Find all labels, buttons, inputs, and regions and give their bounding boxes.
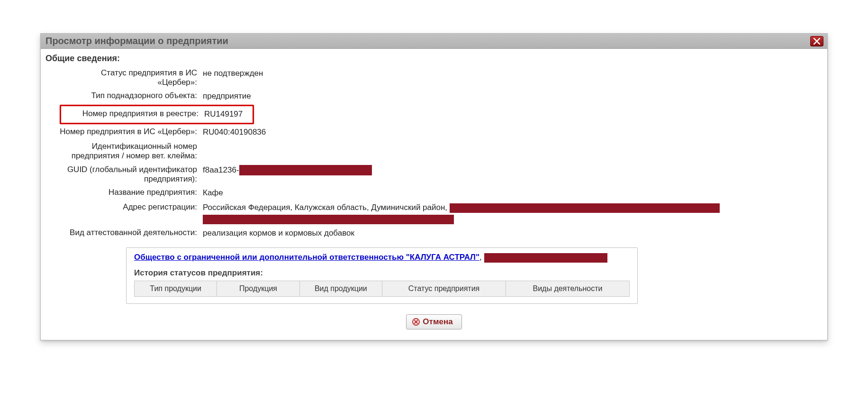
modal-body: Общие сведения: Статус предприятия в ИС … <box>41 49 827 340</box>
entity-row: Общество с ограниченной или дополнительн… <box>134 253 630 265</box>
field-label: Адрес регистрации: <box>60 202 202 212</box>
field-value: Кафе <box>202 188 808 199</box>
field-activity: Вид аттестованной деятельности: реализац… <box>60 226 808 241</box>
field-value: f8aa1236- <box>202 165 808 176</box>
cancel-button[interactable]: Отмена <box>406 314 461 329</box>
field-value: реализация кормов и кормовых добавок <box>202 228 808 239</box>
cancel-icon <box>412 318 420 326</box>
field-label: Номер предприятия в ИС «Цербер»: <box>60 127 202 137</box>
field-label: Номер предприятия в реестре: <box>61 109 203 119</box>
field-type: Тип поднадзорного объекта: предприятие <box>60 89 808 104</box>
close-icon <box>814 38 820 45</box>
history-title: История статусов предприятия: <box>134 265 630 281</box>
field-company-name: Название предприятия: Кафе <box>60 186 808 201</box>
fields-block: Статус предприятия в ИС «Цербер»: не под… <box>45 66 823 329</box>
history-table-header: Тип продукции Продукция Вид продукции Ст… <box>134 281 630 297</box>
field-address: Адрес регистрации: Российская Федерация,… <box>60 201 808 226</box>
col-product-kind: Вид продукции <box>300 281 382 296</box>
field-label: GUID (глобальный идентификаторпредприяти… <box>60 165 202 184</box>
cancel-label: Отмена <box>423 317 452 327</box>
field-value: предприятие <box>202 91 808 102</box>
comma: , <box>479 253 482 262</box>
field-label: Тип поднадзорного объекта: <box>60 91 202 100</box>
redacted-guid <box>239 165 372 175</box>
modal-window: Просмотр информации о предприятии Общие … <box>40 33 828 340</box>
field-label: Вид аттестованной деятельности: <box>60 228 202 237</box>
footer: Отмена <box>60 304 808 329</box>
field-cerber-number: Номер предприятия в ИС «Цербер»: RU040:4… <box>60 125 808 140</box>
redacted-entity <box>484 253 607 263</box>
guid-prefix: f8aa1236- <box>203 165 239 174</box>
address-prefix: Российская Федерация, Калужская область,… <box>203 203 450 212</box>
redacted-address-1 <box>450 203 720 213</box>
field-value: не подтвержден <box>202 68 808 79</box>
entity-subbox: Общество с ограниченной или дополнительн… <box>126 247 638 304</box>
close-button[interactable] <box>810 36 823 46</box>
field-ident-number: Идентификационный номерпредприятия / ном… <box>60 140 808 163</box>
col-activity-types: Виды деятельности <box>506 281 629 296</box>
field-value: RU040:40190836 <box>202 127 808 138</box>
field-label: Статус предприятия в ИС «Цербер»: <box>60 68 202 87</box>
col-product-type: Тип продукции <box>135 281 217 296</box>
section-title: Общие сведения: <box>45 52 823 66</box>
col-status: Статус предприятия <box>382 281 506 296</box>
field-value: Российская Федерация, Калужская область,… <box>202 202 808 224</box>
field-status: Статус предприятия в ИС «Цербер»: не под… <box>60 66 808 89</box>
redacted-address-2 <box>203 215 454 224</box>
field-guid: GUID (глобальный идентификаторпредприяти… <box>60 163 808 186</box>
field-value: RU149197 <box>203 109 253 120</box>
title-bar: Просмотр информации о предприятии <box>41 34 827 49</box>
field-label: Название предприятия: <box>60 188 202 197</box>
field-registry-number: Номер предприятия в реестре: RU149197 <box>60 105 254 124</box>
window-title: Просмотр информации о предприятии <box>45 36 810 46</box>
entity-link[interactable]: Общество с ограниченной или дополнительн… <box>134 253 479 262</box>
field-label: Идентификационный номерпредприятия / ном… <box>60 142 202 161</box>
col-product: Продукция <box>217 281 299 296</box>
